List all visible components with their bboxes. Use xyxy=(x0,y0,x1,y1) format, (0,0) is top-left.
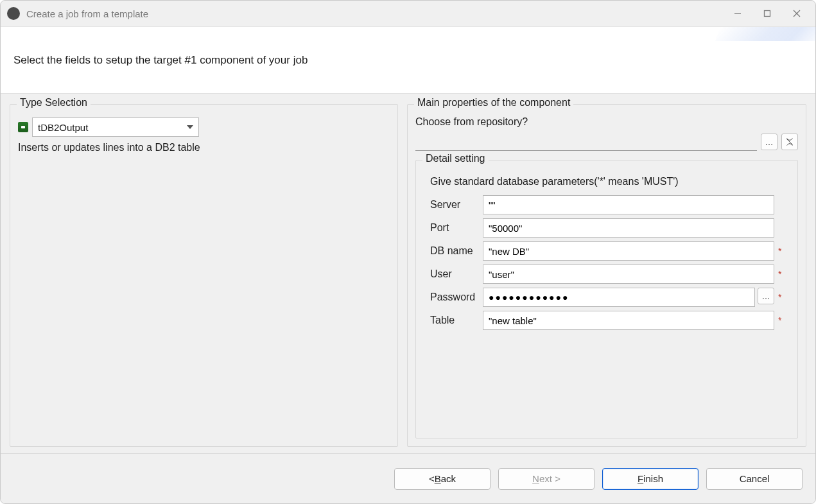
detail-setting-group: Detail setting Give standard database pa… xyxy=(415,160,798,439)
app-icon xyxy=(7,7,20,20)
dbname-label: DB name xyxy=(430,245,483,257)
port-label: Port xyxy=(430,222,483,234)
close-button[interactable] xyxy=(782,3,812,24)
type-selection-group: Type Selection tDB2Output Inserts or upd… xyxy=(10,104,398,447)
window-title: Create a job from a template xyxy=(26,8,148,19)
component-icon xyxy=(18,122,28,132)
user-input[interactable] xyxy=(483,265,774,284)
detail-instruction: Give standard database parameters('*' me… xyxy=(430,176,790,187)
main-properties-legend: Main properties of the component xyxy=(414,97,573,109)
dialog-window: Create a job from a template Select the … xyxy=(0,0,816,504)
server-input[interactable] xyxy=(483,195,774,214)
required-marker: * xyxy=(778,269,783,279)
table-label: Table xyxy=(430,315,483,326)
required-marker: * xyxy=(778,292,783,302)
required-marker: * xyxy=(778,315,783,326)
main-properties-group: Main properties of the component Choose … xyxy=(407,104,806,447)
wizard-footer: < Back Next > Finish Cancel xyxy=(1,453,815,503)
title-bar: Create a job from a template xyxy=(1,1,815,26)
repository-label: Choose from repository? xyxy=(415,116,798,128)
detail-setting-legend: Detail setting xyxy=(422,153,489,164)
svg-rect-1 xyxy=(765,11,770,17)
password-input[interactable] xyxy=(483,288,755,307)
next-button[interactable]: Next > xyxy=(498,468,595,490)
type-selection-legend: Type Selection xyxy=(17,97,91,109)
user-label: User xyxy=(430,268,483,280)
db-params-form: Server Port DB name * xyxy=(424,195,790,330)
repository-clear-button[interactable] xyxy=(781,134,798,150)
wizard-subtitle: Select the fields to setup the target #1… xyxy=(13,54,308,67)
password-browse-button[interactable]: … xyxy=(758,288,774,304)
required-marker: * xyxy=(778,246,783,256)
table-input[interactable] xyxy=(483,311,774,330)
cancel-button[interactable]: Cancel xyxy=(706,468,803,490)
password-label: Password xyxy=(430,291,483,303)
component-description: Inserts or updates lines into a DB2 tabl… xyxy=(18,142,390,153)
component-type-combo[interactable]: tDB2Output xyxy=(32,117,199,137)
finish-button[interactable]: Finish xyxy=(602,468,699,490)
repository-input[interactable] xyxy=(415,133,757,151)
back-button[interactable]: < Back xyxy=(394,468,490,490)
repository-browse-button[interactable]: … xyxy=(761,134,777,150)
wizard-header: Select the fields to setup the target #1… xyxy=(1,26,815,94)
wizard-body: Type Selection tDB2Output Inserts or upd… xyxy=(1,94,815,453)
svg-line-4 xyxy=(786,139,792,144)
port-input[interactable] xyxy=(483,218,774,238)
component-type-value: tDB2Output xyxy=(38,122,88,133)
chevron-down-icon xyxy=(187,125,193,129)
minimize-button[interactable] xyxy=(723,3,752,24)
header-decoration xyxy=(715,27,816,41)
dbname-input[interactable] xyxy=(483,241,774,261)
server-label: Server xyxy=(430,199,483,211)
maximize-button[interactable] xyxy=(752,3,782,24)
